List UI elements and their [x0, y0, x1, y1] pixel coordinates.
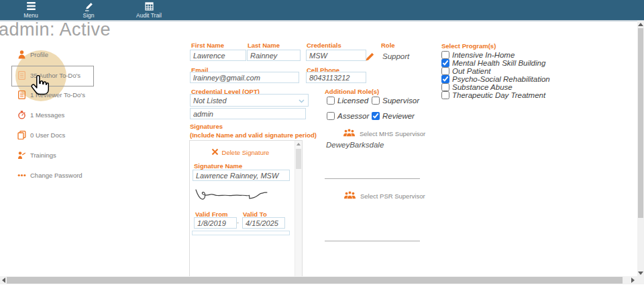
scroll-left-button[interactable]: [0, 276, 7, 284]
checkbox[interactable]: [441, 67, 449, 75]
credential-level-value: Not Listed: [193, 97, 227, 105]
people-group-icon: [343, 190, 356, 201]
sidebar-item-user-docs[interactable]: 0 User Docs: [17, 130, 65, 140]
checkbox[interactable]: [441, 51, 449, 59]
role-checkbox-assessor[interactable]: Assessor: [327, 112, 369, 120]
program-checkbox-substance-abuse[interactable]: Substance Abuse: [441, 83, 513, 91]
select-mhs-supervisor-button[interactable]: Select MHS Supervisor: [343, 128, 425, 139]
sidebar-item-messages[interactable]: 1 Messages: [17, 110, 64, 120]
delete-signature-button[interactable]: Delete Signature: [190, 148, 290, 157]
signature-hscroll[interactable]: [192, 231, 290, 235]
signature-image: [193, 185, 276, 209]
checkbox-label: Assessor: [337, 112, 369, 120]
sidebar-item-label: 1 Messages: [30, 111, 64, 119]
last-name-input[interactable]: [247, 50, 301, 61]
checkbox-label: Psycho-Social Rehabilitation: [452, 75, 550, 83]
sidebar-item-reviewer-todos[interactable]: 1 Reviewer To-Do's: [17, 90, 85, 100]
password-dots-icon: [17, 174, 26, 177]
first-name-input[interactable]: [190, 50, 246, 61]
delete-x-icon: [211, 148, 219, 157]
role-checkbox-supervisor[interactable]: Supervisor: [372, 97, 419, 105]
program-checkbox-psycho-social-rehabilitation[interactable]: Psycho-Social Rehabilitation: [441, 75, 550, 83]
select-programs-label: Select Program(s): [441, 42, 496, 50]
edit-role-pencil-icon[interactable]: [366, 52, 374, 64]
delete-signature-label: Delete Signature: [222, 149, 270, 156]
divider: [325, 241, 420, 241]
menu-button[interactable]: Menu: [17, 2, 44, 19]
date-range-separator: -: [237, 219, 239, 226]
profile-icon: [17, 50, 26, 59]
last-name-label: Last Name: [248, 42, 280, 49]
valid-from-input[interactable]: [194, 217, 237, 229]
program-checkbox-out-patient[interactable]: Out Patient: [441, 67, 491, 75]
horizontal-scrollbar[interactable]: [0, 276, 637, 284]
sidebar-item-label: Change Password: [30, 172, 83, 179]
vertical-scroll-thumb[interactable]: [638, 28, 643, 218]
scroll-up-button[interactable]: [637, 21, 644, 27]
checkbox-label: Licensed: [337, 97, 368, 105]
checkbox-label: Supervisor: [382, 97, 419, 105]
signatures-label: Signatures: [190, 123, 223, 130]
credential-level-dropdown[interactable]: Not Listed: [190, 94, 309, 107]
additional-roles-label: Additional Role(s): [325, 88, 379, 95]
licensed-checkbox[interactable]: [327, 97, 335, 105]
role-checkbox-reviewer[interactable]: Reviewer: [372, 112, 415, 120]
program-checkbox-intensive-in-home[interactable]: Intensive In-Home: [441, 51, 515, 59]
scroll-thumb[interactable]: [296, 149, 301, 169]
people-group-icon: [343, 128, 356, 139]
sign-button[interactable]: Sign: [74, 2, 103, 19]
menu-icon: [17, 2, 44, 11]
checkbox-label: Therapeutic Day Treatment: [452, 91, 545, 99]
first-name-label: First Name: [191, 42, 224, 49]
signature-name-input[interactable]: [193, 170, 290, 181]
psr-supervisor-label: Select PSR Supervisor: [360, 192, 425, 200]
signature-panel-scrollbar[interactable]: [294, 141, 302, 276]
sidebar-item-profile[interactable]: Profile: [17, 50, 48, 60]
scrollbar-corner: [637, 276, 644, 284]
sidebar-item-trainings[interactable]: Trainings: [17, 150, 56, 160]
credentials-input[interactable]: [306, 50, 366, 61]
role-value: Support: [382, 52, 409, 60]
reviewer-todos-icon: [17, 91, 26, 99]
user-docs-icon: [17, 131, 26, 139]
audit-trail-button[interactable]: Audit Trail: [129, 2, 169, 19]
page-title: admin: Active: [0, 19, 111, 40]
audit-trail-icon: [129, 2, 169, 11]
mhs-supervisor-value: DeweyBarksdale: [326, 141, 384, 149]
checkbox-label: Substance Abuse: [452, 83, 513, 91]
scroll-right-button[interactable]: [628, 276, 637, 284]
sidebar-item-change-password[interactable]: Change Password: [17, 170, 83, 180]
checkbox[interactable]: [441, 75, 449, 83]
supervisor-checkbox[interactable]: [372, 97, 380, 105]
horizontal-scroll-thumb[interactable]: [7, 277, 623, 284]
checkbox-label: Out Patient: [452, 67, 491, 75]
program-checkbox-mental-health-skill-building[interactable]: Mental Health Skill Building: [441, 59, 545, 67]
email-input[interactable]: [190, 72, 299, 83]
scroll-up-icon[interactable]: [297, 143, 301, 145]
signature-panel: Delete Signature Signature Name Valid Fr…: [189, 140, 303, 277]
role-checkbox-licensed[interactable]: Licensed: [327, 97, 368, 105]
audit-trail-label: Audit Trail: [136, 12, 162, 19]
valid-to-input[interactable]: [242, 217, 285, 229]
assessor-checkbox[interactable]: [327, 112, 335, 120]
checkbox[interactable]: [441, 59, 449, 67]
selected-item-outline: [11, 66, 94, 86]
checkbox-label: Intensive In-Home: [452, 51, 515, 59]
sidebar-item-label: Trainings: [30, 152, 56, 159]
trainings-icon: [17, 151, 26, 160]
hand-cursor-icon: [29, 75, 49, 99]
scroll-down-button[interactable]: [637, 270, 644, 276]
reviewer-checkbox[interactable]: [372, 112, 380, 120]
select-psr-supervisor-button[interactable]: Select PSR Supervisor: [343, 190, 425, 201]
checkbox[interactable]: [441, 91, 449, 99]
checkbox[interactable]: [441, 83, 449, 91]
program-checkbox-therapeutic-day-treatment[interactable]: Therapeutic Day Treatment: [441, 91, 545, 99]
menu-label: Menu: [23, 12, 38, 19]
messages-timer-icon: [17, 111, 26, 119]
signature-name-label: Signature Name: [194, 162, 242, 170]
cell-phone-input[interactable]: [306, 72, 366, 83]
username-input[interactable]: [190, 108, 306, 119]
checkbox-label: Mental Health Skill Building: [452, 59, 545, 67]
role-label: Role: [381, 42, 395, 49]
vertical-scrollbar[interactable]: [637, 21, 644, 276]
